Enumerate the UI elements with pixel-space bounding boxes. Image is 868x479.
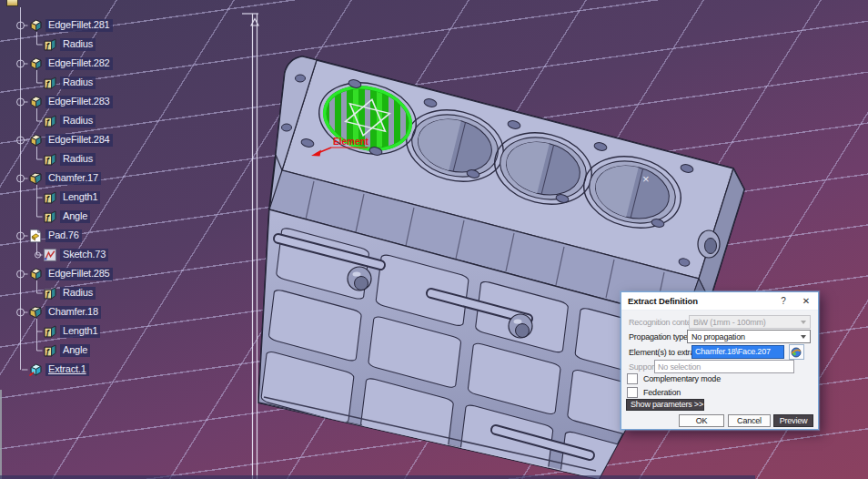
svg-text:ƒ: ƒ [45, 79, 50, 88]
federation-checkbox[interactable]: Federation [627, 387, 681, 398]
tree-item-label[interactable]: Radius [60, 76, 96, 89]
param-icon: ƒ [43, 286, 57, 301]
tree-item-extract-1[interactable]: Extract.1 [28, 361, 89, 379]
tree-item-edgefillet-284[interactable]: EdgeFillet.284 [28, 131, 113, 149]
propagation-type-select[interactable]: No propagation [687, 330, 811, 343]
tree-item-edgefillet-285[interactable]: EdgeFillet.285 [28, 265, 113, 283]
tree-item-radius[interactable]: ƒRadius [43, 74, 96, 92]
catia-window: Element × EdgeFillet.281ƒRadiusEdgeFille… [0, 0, 868, 479]
svg-text:ƒ: ƒ [45, 194, 50, 203]
svg-text:ƒ: ƒ [45, 41, 50, 50]
svg-text:ƒ: ƒ [45, 117, 50, 127]
svg-text:ƒ: ƒ [45, 347, 50, 356]
param-icon: ƒ [43, 190, 57, 205]
support-field[interactable] [654, 360, 794, 373]
svg-text:ƒ: ƒ [45, 290, 50, 299]
tree-item-label[interactable]: Pad.76 [45, 229, 82, 242]
tree-item-label[interactable]: EdgeFillet.281 [45, 19, 113, 32]
tree-item-label[interactable]: Chamfer.17 [45, 172, 101, 185]
tree-item-radius[interactable]: ƒRadius [43, 150, 96, 168]
tree-item-label[interactable]: Length1 [60, 325, 100, 338]
tree-item-radius[interactable]: ƒRadius [43, 112, 96, 130]
tree-item-length1[interactable]: ƒLength1 [43, 189, 100, 207]
tree-item-angle[interactable]: ƒAngle [43, 208, 90, 226]
pad-icon [28, 229, 43, 243]
fillet-icon [28, 18, 43, 33]
front-boss [348, 267, 371, 290]
help-button[interactable]: ? [781, 296, 785, 306]
tree-item-label[interactable]: Length1 [60, 191, 100, 204]
tree-item-label[interactable]: Radius [60, 287, 96, 300]
tree-item-label[interactable]: EdgeFillet.285 [45, 268, 113, 280]
viewport-left-edge [0, 390, 2, 479]
fillet-icon [28, 267, 43, 281]
support-row: Support : [629, 360, 811, 373]
show-parameters-button[interactable]: Show parameters >> [626, 399, 704, 411]
tree-item-label[interactable]: Angle [60, 210, 90, 223]
dialog-title: Extract Definition [628, 296, 698, 306]
fillet-icon [28, 56, 43, 71]
tree-item-chamfer-18[interactable]: Chamfer.18 [28, 303, 101, 321]
fillet-icon [28, 133, 43, 148]
right-end-ring[interactable] [698, 230, 720, 258]
multi-output-button[interactable] [789, 344, 804, 360]
checkbox-icon[interactable] [627, 387, 638, 398]
cancel-button[interactable]: Cancel [728, 414, 771, 427]
svg-text:ƒ: ƒ [45, 156, 50, 165]
elements-to-extract-label: Element(s) to extract [629, 348, 691, 357]
tree-item-edgefillet-281[interactable]: EdgeFillet.281 [28, 16, 113, 35]
tree-item-label[interactable]: EdgeFillet.284 [45, 134, 113, 147]
checkbox-icon[interactable] [627, 373, 638, 384]
tree-item-length1[interactable]: ƒLength1 [43, 322, 100, 341]
cursor-cross: × [642, 172, 650, 186]
svg-text:Element: Element [333, 137, 369, 147]
tree-item-angle[interactable]: ƒAngle [43, 341, 90, 360]
tree-item-label[interactable]: Extract.1 [45, 363, 89, 376]
tree-item-edgefillet-282[interactable]: EdgeFillet.282 [28, 55, 113, 73]
tree-item-sketch-73[interactable]: Sketch.73 [43, 246, 108, 264]
chevron-down-icon [801, 321, 806, 324]
dialog-title-bar[interactable]: Extract Definition ? ✕ [621, 292, 818, 311]
param-icon: ƒ [43, 324, 57, 339]
front-boss [509, 314, 532, 338]
complementary-mode-checkbox[interactable]: Complementary mode [627, 373, 721, 384]
multi-output-icon [791, 347, 802, 358]
elements-to-extract-field[interactable]: Chamfer.18\Face.207 [691, 345, 784, 359]
close-icon[interactable]: ✕ [802, 296, 810, 306]
viewport-bottom-edge [0, 475, 755, 479]
tree-item-label[interactable]: Sketch.73 [60, 249, 108, 261]
tree-item-pad-76[interactable]: Pad.76 [28, 227, 82, 245]
tree-item-label[interactable]: Radius [60, 38, 96, 51]
param-icon: ƒ [43, 209, 57, 224]
tree-item-label[interactable]: Angle [60, 344, 90, 357]
recognition-context-label: Recognition context: [629, 318, 689, 327]
param-icon: ƒ [43, 37, 57, 52]
propagation-type-label: Propagation type: [629, 332, 687, 341]
federation-label: Federation [643, 388, 681, 397]
chevron-down-icon [801, 335, 806, 339]
tree-item-label[interactable]: Radius [60, 115, 96, 127]
tree-item-chamfer-17[interactable]: Chamfer.17 [28, 169, 101, 188]
chamfer-icon [28, 171, 43, 186]
propagation-type-value: No propagation [691, 332, 745, 341]
complementary-mode-label: Complementary mode [643, 374, 721, 383]
propagation-type-row: Propagation type: No propagation [629, 330, 811, 343]
svg-text:ƒ: ƒ [45, 213, 50, 222]
tree-item-label[interactable]: EdgeFillet.283 [45, 96, 113, 108]
param-icon: ƒ [43, 152, 57, 167]
param-icon: ƒ [43, 114, 57, 128]
preview-button[interactable]: Preview [773, 414, 813, 427]
param-icon: ƒ [43, 76, 57, 90]
specification-tree[interactable]: EdgeFillet.281ƒRadiusEdgeFillet.282ƒRadi… [0, 0, 246, 479]
tree-item-radius[interactable]: ƒRadius [43, 36, 96, 54]
sketch-icon [43, 248, 57, 262]
tree-item-radius[interactable]: ƒRadius [43, 284, 96, 302]
extract-definition-dialog[interactable]: Extract Definition ? ✕ Recognition conte… [621, 291, 819, 430]
tree-item-label[interactable]: Chamfer.18 [45, 306, 101, 319]
tree-item-label[interactable]: Radius [60, 153, 96, 166]
tree-item-label[interactable]: EdgeFillet.282 [45, 57, 113, 70]
extract-icon [28, 362, 43, 377]
chamfer-icon [28, 305, 43, 320]
ok-button[interactable]: OK [679, 414, 724, 427]
tree-item-edgefillet-283[interactable]: EdgeFillet.283 [28, 93, 113, 111]
